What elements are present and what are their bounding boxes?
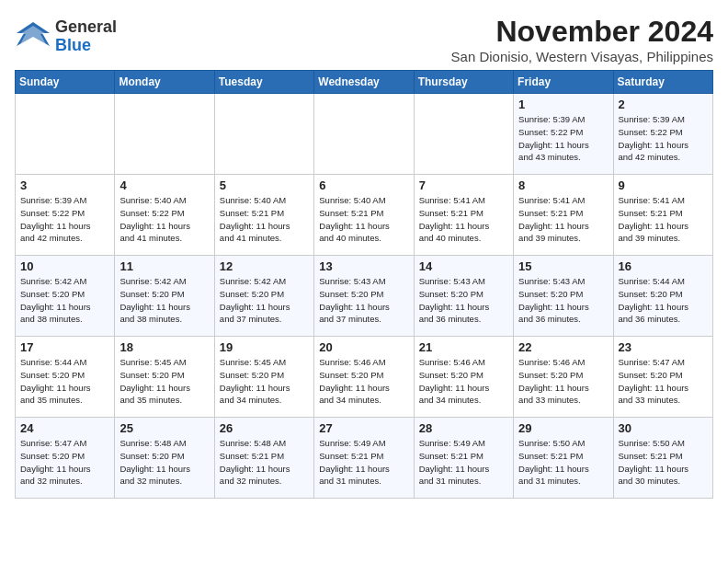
- title-block: November 2024 San Dionisio, Western Visa…: [451, 15, 713, 64]
- day-detail: Sunrise: 5:49 AMSunset: 5:21 PMDaylight:…: [319, 437, 408, 488]
- day-number: 12: [220, 259, 309, 273]
- calendar-cell: 1Sunrise: 5:39 AMSunset: 5:22 PMDaylight…: [514, 94, 613, 175]
- logo-icon: [15, 20, 51, 53]
- day-detail: Sunrise: 5:42 AMSunset: 5:20 PMDaylight:…: [220, 275, 309, 326]
- calendar-header: Sunday Monday Tuesday Wednesday Thursday…: [16, 71, 713, 94]
- day-number: 4: [119, 178, 209, 192]
- calendar-cell: 4Sunrise: 5:40 AMSunset: 5:22 PMDaylight…: [115, 175, 214, 256]
- calendar-week-0: 1Sunrise: 5:39 AMSunset: 5:22 PMDaylight…: [16, 94, 713, 175]
- day-detail: Sunrise: 5:49 AMSunset: 5:21 PMDaylight:…: [419, 437, 508, 488]
- day-number: 9: [619, 178, 708, 192]
- day-number: 7: [419, 178, 508, 192]
- day-number: 22: [518, 340, 608, 354]
- day-number: 10: [20, 259, 109, 273]
- calendar-cell: 20Sunrise: 5:46 AMSunset: 5:20 PMDayligh…: [314, 337, 414, 418]
- calendar-week-4: 24Sunrise: 5:47 AMSunset: 5:20 PMDayligh…: [16, 418, 713, 499]
- calendar-cell: 23Sunrise: 5:47 AMSunset: 5:20 PMDayligh…: [613, 337, 712, 418]
- day-detail: Sunrise: 5:39 AMSunset: 5:22 PMDaylight:…: [619, 113, 708, 164]
- day-detail: Sunrise: 5:40 AMSunset: 5:22 PMDaylight:…: [119, 194, 209, 245]
- location-title: San Dionisio, Western Visayas, Philippin…: [451, 49, 713, 64]
- day-number: 13: [319, 259, 408, 273]
- calendar-week-2: 10Sunrise: 5:42 AMSunset: 5:20 PMDayligh…: [16, 256, 713, 337]
- calendar-cell: 19Sunrise: 5:45 AMSunset: 5:20 PMDayligh…: [214, 337, 313, 418]
- calendar-body: 1Sunrise: 5:39 AMSunset: 5:22 PMDaylight…: [16, 94, 713, 499]
- day-detail: Sunrise: 5:43 AMSunset: 5:20 PMDaylight:…: [419, 275, 508, 326]
- col-saturday: Saturday: [613, 71, 712, 94]
- day-detail: Sunrise: 5:39 AMSunset: 5:22 PMDaylight:…: [518, 113, 608, 164]
- day-number: 19: [220, 340, 309, 354]
- day-number: 6: [319, 178, 408, 192]
- calendar-cell: [314, 94, 414, 175]
- calendar-cell: 10Sunrise: 5:42 AMSunset: 5:20 PMDayligh…: [16, 256, 115, 337]
- day-number: 26: [220, 421, 309, 435]
- day-detail: Sunrise: 5:43 AMSunset: 5:20 PMDaylight:…: [319, 275, 408, 326]
- col-wednesday: Wednesday: [314, 71, 414, 94]
- header-row: Sunday Monday Tuesday Wednesday Thursday…: [16, 71, 713, 94]
- calendar-cell: 11Sunrise: 5:42 AMSunset: 5:20 PMDayligh…: [115, 256, 214, 337]
- calendar-cell: 6Sunrise: 5:40 AMSunset: 5:21 PMDaylight…: [314, 175, 414, 256]
- calendar-cell: 27Sunrise: 5:49 AMSunset: 5:21 PMDayligh…: [314, 418, 414, 499]
- calendar-cell: 25Sunrise: 5:48 AMSunset: 5:20 PMDayligh…: [115, 418, 214, 499]
- calendar-cell: 29Sunrise: 5:50 AMSunset: 5:21 PMDayligh…: [514, 418, 613, 499]
- calendar-cell: [115, 94, 214, 175]
- day-detail: Sunrise: 5:42 AMSunset: 5:20 PMDaylight:…: [119, 275, 209, 326]
- col-friday: Friday: [514, 71, 613, 94]
- day-detail: Sunrise: 5:40 AMSunset: 5:21 PMDaylight:…: [319, 194, 408, 245]
- day-detail: Sunrise: 5:43 AMSunset: 5:20 PMDaylight:…: [518, 275, 608, 326]
- calendar-cell: 2Sunrise: 5:39 AMSunset: 5:22 PMDaylight…: [613, 94, 712, 175]
- day-detail: Sunrise: 5:41 AMSunset: 5:21 PMDaylight:…: [518, 194, 608, 245]
- calendar-cell: 26Sunrise: 5:48 AMSunset: 5:21 PMDayligh…: [214, 418, 313, 499]
- calendar-week-1: 3Sunrise: 5:39 AMSunset: 5:22 PMDaylight…: [16, 175, 713, 256]
- day-number: 15: [518, 259, 608, 273]
- calendar-cell: [414, 94, 513, 175]
- col-monday: Monday: [115, 71, 214, 94]
- col-tuesday: Tuesday: [214, 71, 313, 94]
- day-detail: Sunrise: 5:50 AMSunset: 5:21 PMDaylight:…: [518, 437, 608, 488]
- calendar-cell: 24Sunrise: 5:47 AMSunset: 5:20 PMDayligh…: [16, 418, 115, 499]
- day-number: 21: [419, 340, 508, 354]
- day-number: 16: [619, 259, 708, 273]
- day-detail: Sunrise: 5:47 AMSunset: 5:20 PMDaylight:…: [619, 356, 708, 407]
- day-detail: Sunrise: 5:48 AMSunset: 5:21 PMDaylight:…: [220, 437, 309, 488]
- calendar-cell: 9Sunrise: 5:41 AMSunset: 5:21 PMDaylight…: [613, 175, 712, 256]
- logo-general-text: General: [55, 17, 117, 36]
- day-number: 27: [319, 421, 408, 435]
- day-number: 18: [119, 340, 209, 354]
- day-number: 3: [20, 178, 109, 192]
- logo: General Blue: [15, 18, 117, 55]
- calendar-cell: [16, 94, 115, 175]
- day-number: 5: [220, 178, 309, 192]
- calendar-cell: 21Sunrise: 5:46 AMSunset: 5:20 PMDayligh…: [414, 337, 513, 418]
- calendar-cell: 8Sunrise: 5:41 AMSunset: 5:21 PMDaylight…: [514, 175, 613, 256]
- day-number: 17: [20, 340, 109, 354]
- day-number: 25: [119, 421, 209, 435]
- col-thursday: Thursday: [414, 71, 513, 94]
- calendar-cell: 3Sunrise: 5:39 AMSunset: 5:22 PMDaylight…: [16, 175, 115, 256]
- calendar-cell: 5Sunrise: 5:40 AMSunset: 5:21 PMDaylight…: [214, 175, 313, 256]
- day-number: 24: [20, 421, 109, 435]
- day-number: 11: [119, 259, 209, 273]
- calendar-cell: 14Sunrise: 5:43 AMSunset: 5:20 PMDayligh…: [414, 256, 513, 337]
- day-number: 29: [518, 421, 608, 435]
- day-detail: Sunrise: 5:46 AMSunset: 5:20 PMDaylight:…: [319, 356, 408, 407]
- calendar-cell: 13Sunrise: 5:43 AMSunset: 5:20 PMDayligh…: [314, 256, 414, 337]
- day-detail: Sunrise: 5:46 AMSunset: 5:20 PMDaylight:…: [419, 356, 508, 407]
- day-detail: Sunrise: 5:41 AMSunset: 5:21 PMDaylight:…: [419, 194, 508, 245]
- day-number: 23: [619, 340, 708, 354]
- day-detail: Sunrise: 5:47 AMSunset: 5:20 PMDaylight:…: [20, 437, 109, 488]
- day-number: 30: [619, 421, 708, 435]
- calendar-cell: 15Sunrise: 5:43 AMSunset: 5:20 PMDayligh…: [514, 256, 613, 337]
- day-detail: Sunrise: 5:48 AMSunset: 5:20 PMDaylight:…: [119, 437, 209, 488]
- calendar-week-3: 17Sunrise: 5:44 AMSunset: 5:20 PMDayligh…: [16, 337, 713, 418]
- calendar-cell: 18Sunrise: 5:45 AMSunset: 5:20 PMDayligh…: [115, 337, 214, 418]
- day-detail: Sunrise: 5:46 AMSunset: 5:20 PMDaylight:…: [518, 356, 608, 407]
- day-detail: Sunrise: 5:45 AMSunset: 5:20 PMDaylight:…: [220, 356, 309, 407]
- calendar-cell: 30Sunrise: 5:50 AMSunset: 5:21 PMDayligh…: [613, 418, 712, 499]
- day-number: 28: [419, 421, 508, 435]
- calendar-table: Sunday Monday Tuesday Wednesday Thursday…: [15, 70, 713, 499]
- logo-blue-text: Blue: [55, 36, 91, 54]
- calendar-cell: 16Sunrise: 5:44 AMSunset: 5:20 PMDayligh…: [613, 256, 712, 337]
- calendar-cell: [214, 94, 313, 175]
- day-detail: Sunrise: 5:50 AMSunset: 5:21 PMDaylight:…: [619, 437, 708, 488]
- calendar-cell: 22Sunrise: 5:46 AMSunset: 5:20 PMDayligh…: [514, 337, 613, 418]
